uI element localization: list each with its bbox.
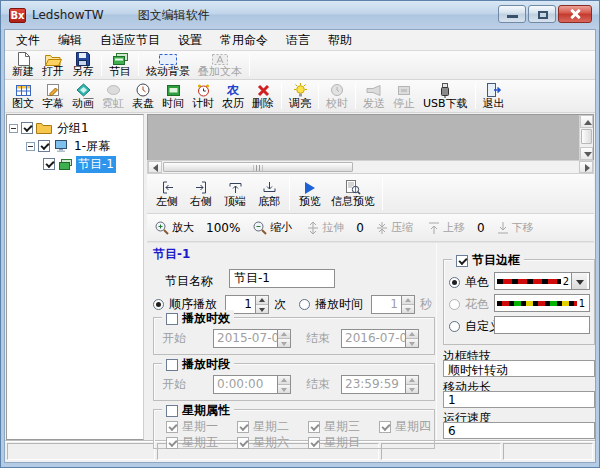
- menu-settings[interactable]: 设置: [169, 30, 211, 51]
- tree-item-program-row[interactable]: 节目-1: [9, 155, 141, 173]
- tree-item-program-selected[interactable]: 节目-1: [76, 156, 116, 173]
- validity-end-date-spinner: 2016-07-08: [341, 329, 419, 348]
- compress-label: 压缩: [391, 222, 413, 234]
- play-period-group: 播放时段 开始 0:00:00 结束 23:59:59: [153, 363, 435, 401]
- group-checkbox[interactable]: [21, 122, 33, 134]
- close-button[interactable]: [558, 5, 592, 23]
- validity-start-spin-buttons: [277, 329, 291, 348]
- zoom-out-label: 缩小: [270, 222, 292, 234]
- preview-play-icon: [305, 180, 315, 196]
- border-effect-field[interactable]: 顺时针转动: [443, 360, 595, 377]
- send-button: 发送: [359, 81, 389, 111]
- single-color-radio[interactable]: [449, 277, 460, 288]
- zoom-in-button[interactable]: 放大: [150, 220, 198, 236]
- custom-color-field[interactable]: [494, 316, 590, 334]
- menu-language[interactable]: 语言: [277, 30, 319, 51]
- single-color-pattern: [497, 279, 561, 284]
- delete-button[interactable]: 删除: [248, 81, 278, 111]
- play-validity-title: 播放时效: [182, 310, 230, 327]
- play-period-checkbox[interactable]: [166, 359, 178, 371]
- program-border-checkbox[interactable]: [456, 255, 468, 267]
- brightness-button[interactable]: 调亮: [285, 81, 315, 111]
- subtitle-button[interactable]: 字幕: [38, 81, 68, 111]
- dial-button[interactable]: 表盘: [128, 81, 158, 111]
- program-name-input[interactable]: [229, 269, 335, 288]
- scroll-down-button[interactable]: [580, 147, 593, 160]
- collapse-icon[interactable]: [9, 124, 18, 133]
- align-right-button[interactable]: 右侧: [184, 175, 218, 212]
- dazzle-background-button[interactable]: 炫动背景: [142, 52, 194, 78]
- single-color-dropdown[interactable]: 2: [494, 272, 590, 290]
- lunar-button[interactable]: 农 农历: [218, 81, 248, 111]
- sequence-play-radio[interactable]: [153, 299, 164, 310]
- run-speed-field[interactable]: 6: [443, 422, 595, 439]
- minimize-button[interactable]: [498, 5, 526, 23]
- flower-color-field: 1: [494, 294, 590, 312]
- screen-preview-area[interactable]: [147, 114, 594, 160]
- scroll-up-button[interactable]: [580, 115, 593, 128]
- graphic-text-button[interactable]: 图文: [8, 81, 38, 111]
- align-left-button[interactable]: 左侧: [150, 175, 184, 212]
- timer-label: 计时: [192, 98, 214, 110]
- validity-end-label: 结束: [306, 330, 330, 347]
- exit-button[interactable]: 退出: [479, 81, 509, 111]
- menu-file[interactable]: 文件: [7, 30, 49, 51]
- titlebar[interactable]: Bx LedshowTW 图文编辑软件: [1, 1, 599, 29]
- program-border-title: 节目边框: [472, 252, 520, 269]
- zoom-out-button[interactable]: 缩小: [248, 220, 296, 236]
- vertical-scrollbar[interactable]: [579, 115, 593, 160]
- align-top-button[interactable]: 顶端: [218, 175, 252, 212]
- menu-help[interactable]: 帮助: [319, 30, 361, 51]
- scroll-left-button[interactable]: [148, 161, 162, 173]
- single-color-label: 单色: [465, 274, 489, 291]
- stretch-value: 0: [348, 221, 372, 235]
- wednesday-checkbox: [308, 421, 320, 433]
- week-property-checkbox[interactable]: [166, 405, 178, 417]
- screen-tree-panel[interactable]: 分组1 1-屏幕 节目-1: [6, 114, 144, 440]
- sequence-spin-buttons[interactable]: [255, 295, 269, 314]
- tuesday-checkbox: [237, 421, 249, 433]
- move-up-button: 上移: [424, 220, 469, 236]
- flower-color-pattern: [497, 301, 577, 306]
- timer-button[interactable]: 计时: [188, 81, 218, 111]
- program-property-form: 节目-1 节目名称 顺序播放 1 次 播放时间: [147, 242, 594, 440]
- menu-common-commands[interactable]: 常用命令: [211, 30, 277, 51]
- dropdown-arrow-button[interactable]: [571, 273, 587, 289]
- align-bottom-button[interactable]: 底部: [252, 175, 286, 212]
- scroll-right-button[interactable]: [579, 161, 593, 173]
- tree-item-screen-row[interactable]: 1-屏幕: [9, 137, 141, 155]
- move-step-field[interactable]: 1: [443, 391, 595, 408]
- screen-checkbox[interactable]: [38, 140, 50, 152]
- new-button[interactable]: 新建: [8, 52, 38, 78]
- program-button[interactable]: 节目: [105, 52, 135, 78]
- tree-item-screen[interactable]: 1-屏幕: [72, 138, 112, 155]
- menu-adaptive-program[interactable]: 自适应节目: [91, 30, 169, 51]
- program-name-label: 节目名称: [165, 273, 213, 290]
- horizontal-scroll-thumb[interactable]: [163, 162, 353, 172]
- info-preview-button[interactable]: 信息预览: [327, 175, 379, 212]
- move-up-icon: [428, 220, 440, 236]
- custom-color-radio[interactable]: [449, 321, 460, 332]
- preview-label: 预览: [299, 196, 321, 208]
- animation-button[interactable]: 动画: [68, 81, 98, 111]
- play-validity-checkbox[interactable]: [166, 313, 178, 325]
- usb-download-button[interactable]: USB下载: [419, 81, 472, 111]
- program-checkbox[interactable]: [43, 158, 55, 170]
- save-as-button[interactable]: 另存: [68, 52, 98, 78]
- tree-item-group[interactable]: 分组1: [55, 120, 91, 137]
- menu-edit[interactable]: 编辑: [49, 30, 91, 51]
- vertical-scroll-thumb[interactable]: [581, 129, 592, 144]
- saturday-checkbox: [237, 437, 249, 449]
- time-button[interactable]: 时间: [158, 81, 188, 111]
- collapse-icon[interactable]: [26, 142, 35, 151]
- preview-button[interactable]: 预览: [293, 175, 327, 212]
- horizontal-scrollbar[interactable]: [147, 160, 594, 174]
- maximize-button[interactable]: [528, 5, 556, 23]
- tree-item-group-row[interactable]: 分组1: [9, 119, 141, 137]
- open-button[interactable]: 打开: [38, 52, 68, 78]
- window-title-doc: 图文编辑软件: [138, 7, 210, 24]
- play-duration-radio[interactable]: [299, 299, 310, 310]
- thumb-grip-icon: [254, 165, 263, 171]
- toolbar-separator: [138, 54, 139, 76]
- align-top-label: 顶端: [224, 196, 246, 208]
